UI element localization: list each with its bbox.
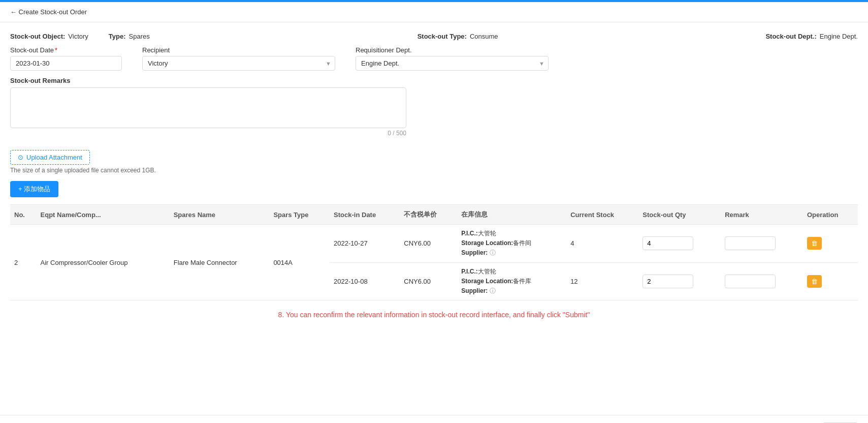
stockout-date-group: Stock-out Date	[10, 46, 122, 71]
remarks-section: Stock-out Remarks 0 / 500	[10, 77, 858, 137]
recipient-select[interactable]: Victory	[142, 56, 335, 71]
stock-out-table-wrap: No. Eqpt Name/Comp... Spares Name Spars …	[10, 204, 858, 300]
cell-remark[interactable]	[721, 225, 803, 263]
cell-operation[interactable]: 🗑	[803, 225, 858, 263]
remark-input[interactable]	[725, 275, 776, 288]
recipient-select-wrap: Victory ▼	[142, 56, 335, 71]
stockout-type-label: Stock-out Type:	[417, 33, 467, 40]
stock-out-table: No. Eqpt Name/Comp... Spares Name Spars …	[10, 204, 858, 300]
upload-hint: The size of a single uploaded file canno…	[10, 167, 858, 174]
footer: ➜ Submit Back	[0, 415, 868, 423]
recipient-label: Recipient	[142, 46, 335, 54]
main-content: Stock-out Object: Victory Type: Spares S…	[0, 22, 868, 415]
remark-input[interactable]	[725, 236, 776, 250]
upload-attachment-button[interactable]: ⊙ Upload Attachment	[10, 150, 90, 165]
back-button[interactable]: ← Create Stock-out Order	[10, 8, 87, 16]
stockout-object-label: Stock-out Object:	[10, 33, 65, 40]
notice-text: 8. You can reconfirm the relevant inform…	[278, 311, 590, 319]
recipient-group: Recipient Victory ▼	[142, 46, 335, 71]
cell-operation[interactable]: 🗑	[803, 262, 858, 300]
add-item-label: + 添加物品	[18, 185, 50, 194]
col-stock-in-date: Stock-in Date	[330, 205, 400, 225]
cell-eqpt: Air Compressor/Cooler Group	[37, 225, 170, 300]
info-row: Stock-out Object: Victory Type: Spares S…	[10, 33, 858, 40]
col-remark: Remark	[721, 205, 803, 225]
cell-current-stock: 12	[566, 262, 638, 300]
col-current-stock: Current Stock	[566, 205, 638, 225]
fields-row: Stock-out Date Recipient Victory ▼ Requi…	[10, 46, 858, 71]
requisitioner-select[interactable]: Engine Dept.	[356, 56, 549, 71]
delete-row-button[interactable]: 🗑	[807, 237, 822, 250]
stockout-type-item: Stock-out Type: Consume	[417, 33, 498, 40]
upload-label: Upload Attachment	[26, 154, 82, 161]
col-spares-name: Spares Name	[170, 205, 270, 225]
type-item: Type: Spares	[109, 33, 150, 40]
stockout-dept-label: Stock-out Dept.:	[765, 33, 816, 40]
col-operation: Operation	[803, 205, 858, 225]
col-stockout-qty: Stock-out Qty	[638, 205, 721, 225]
supplier-info-icon[interactable]: ⓘ	[490, 249, 496, 256]
col-warehouse-info: 在库信息	[457, 205, 566, 225]
requisitioner-label: Requisitioner Dept.	[356, 46, 549, 54]
stockout-dept-value: Engine Dept.	[820, 33, 858, 40]
requisitioner-group: Requisitioner Dept. Engine Dept. ▼	[356, 46, 549, 71]
col-price: 不含税单价	[400, 205, 457, 225]
cell-stockout-qty[interactable]	[638, 225, 721, 263]
stockout-date-label: Stock-out Date	[10, 46, 122, 54]
stockout-type-value: Consume	[470, 33, 498, 40]
char-count: 0 / 500	[10, 130, 406, 137]
requisitioner-select-wrap: Engine Dept. ▼	[356, 56, 549, 71]
stockout-object-item: Stock-out Object: Victory	[10, 33, 88, 40]
cell-spars-type: 0014A	[269, 225, 330, 300]
qty-input[interactable]	[642, 275, 693, 288]
stockout-object-value: Victory	[68, 33, 88, 40]
cell-no: 2	[10, 225, 37, 300]
stockout-dept-item: Stock-out Dept.: Engine Dept.	[765, 33, 858, 40]
col-eqpt: Eqpt Name/Comp...	[37, 205, 170, 225]
cell-warehouse-info: P.I.C.:大管轮Storage Location:备件库Supplier: …	[457, 262, 566, 300]
cell-price: CNY6.00	[400, 262, 457, 300]
cell-current-stock: 4	[566, 225, 638, 263]
delete-row-button[interactable]: 🗑	[807, 275, 822, 288]
remarks-label: Stock-out Remarks	[10, 77, 858, 84]
table-row: 2Air Compressor/Cooler GroupFlare Male C…	[10, 225, 858, 263]
cell-warehouse-info: P.I.C.:大管轮Storage Location:备件间Supplier: …	[457, 225, 566, 263]
cell-spares-name: Flare Male Connector	[170, 225, 270, 300]
cell-stockout-qty[interactable]	[638, 262, 721, 300]
col-spars-type: Spars Type	[269, 205, 330, 225]
cell-stock-in-date: 2022-10-08	[330, 262, 400, 300]
page-header: ← Create Stock-out Order	[0, 2, 868, 22]
supplier-info-icon[interactable]: ⓘ	[490, 287, 496, 294]
type-value: Spares	[129, 33, 150, 40]
qty-input[interactable]	[642, 236, 693, 250]
remarks-textarea[interactable]	[10, 87, 406, 128]
add-item-button[interactable]: + 添加物品	[10, 181, 58, 197]
cell-price: CNY6.00	[400, 225, 457, 263]
notice-row: 8. You can reconfirm the relevant inform…	[10, 300, 858, 324]
cell-stock-in-date: 2022-10-27	[330, 225, 400, 263]
upload-icon: ⊙	[18, 154, 23, 161]
type-label: Type:	[109, 33, 126, 40]
stockout-date-input[interactable]	[10, 56, 122, 71]
table-header-row: No. Eqpt Name/Comp... Spares Name Spars …	[10, 205, 858, 225]
cell-remark[interactable]	[721, 262, 803, 300]
col-no: No.	[10, 205, 37, 225]
